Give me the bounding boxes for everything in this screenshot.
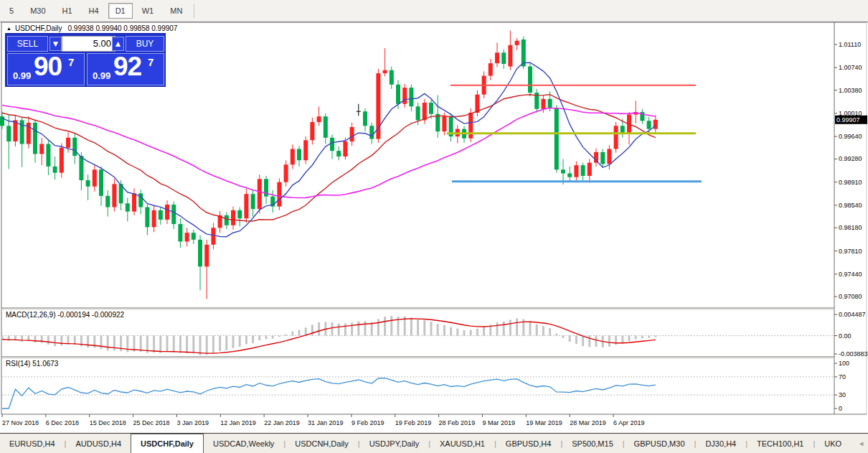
price-tick-label: 0.98910: [839, 179, 862, 186]
candle-body: [350, 127, 354, 141]
candle-body: [555, 108, 559, 169]
sell-price-big: 90: [34, 52, 62, 82]
candle-body: [330, 138, 334, 151]
volume-increase-button[interactable]: ▲: [112, 37, 124, 51]
date-tick-label: 22 Jan 2019: [264, 419, 300, 426]
candle-body: [495, 52, 499, 63]
chart-tab-dj30[interactable]: DJ30,H4: [696, 434, 745, 453]
current-price-text: 0.99907: [836, 116, 860, 123]
candle-body: [46, 144, 50, 167]
chart-tab-gbpusd[interactable]: GBPUSD,H4: [496, 434, 561, 453]
collapse-panel-icon[interactable]: ▲: [6, 26, 11, 31]
candle-body: [112, 184, 116, 207]
candle-body: [79, 156, 83, 180]
rsi-tick-label: 70: [839, 373, 846, 380]
price-tick-label: 1.00010: [839, 110, 862, 117]
candle-body: [6, 126, 11, 141]
date-tick-label: 31 Jan 2019: [308, 419, 344, 426]
candle-body: [363, 111, 367, 126]
candle-body: [244, 194, 248, 218]
candle-body: [541, 99, 545, 109]
macd-tick-label: 0.004487: [839, 311, 866, 318]
buy-price-big: 92: [113, 52, 141, 82]
buy-button[interactable]: BUY: [126, 36, 164, 52]
candle-body: [501, 52, 506, 64]
candle-body: [600, 152, 605, 164]
candle-body: [369, 126, 374, 139]
candle-body: [614, 126, 618, 149]
candle-body: [621, 126, 625, 133]
chart-tab-usdcad[interactable]: USDCAD,Weekly: [204, 434, 283, 453]
sell-button[interactable]: SELL: [7, 36, 48, 52]
date-tick-label: 28 Feb 2019: [439, 419, 476, 426]
candle-body: [211, 228, 215, 245]
candle-body: [468, 113, 473, 139]
candle-body: [416, 106, 420, 120]
candle-body: [126, 203, 130, 211]
candle-body: [324, 116, 328, 138]
chart-tab-usdjpy[interactable]: USDJPY,Daily: [360, 434, 429, 453]
sell-price-button[interactable]: 0.99 90 7: [7, 53, 85, 85]
candle-body: [310, 122, 314, 140]
candle-body: [423, 103, 427, 120]
candle-body: [204, 245, 209, 266]
chart-tab-sp500[interactable]: SP500,M15: [562, 434, 622, 453]
candle-body: [291, 149, 295, 165]
candle-body: [105, 196, 110, 207]
candle-body: [178, 224, 182, 241]
volume-decrease-button[interactable]: ▼: [49, 37, 62, 51]
price-tick-label: 0.98180: [839, 224, 862, 231]
candle-body: [277, 182, 281, 207]
rsi-tick-label: 30: [839, 391, 846, 398]
candle-body: [574, 165, 578, 177]
rsi-line: [2, 378, 656, 408]
macd-indicator-label: MACD(12,26,9) -0.000194 -0.000922: [6, 311, 124, 319]
price-tick-label: 0.98540: [839, 202, 862, 209]
candle-body: [317, 116, 321, 122]
candle-body: [33, 123, 37, 154]
chart-tab-uko[interactable]: UKO: [815, 434, 851, 453]
date-tick-label: 19 Feb 2019: [395, 419, 432, 426]
candle-body: [489, 63, 493, 75]
candle-body: [99, 169, 103, 196]
price-tick-label: 1.00740: [839, 64, 862, 71]
date-tick-label: 3 Jan 2019: [176, 419, 209, 426]
buy-price-prefix: 0.99: [93, 70, 110, 81]
tab-scroll-left-icon[interactable]: ◄: [858, 440, 864, 447]
chart-tab-usdchf[interactable]: USDCHF,Daily: [131, 434, 204, 453]
candle-body: [343, 141, 347, 157]
buy-price-button[interactable]: 0.99 92 7: [87, 53, 164, 85]
chart-tab-usdcnh[interactable]: USDCNH,Daily: [286, 434, 358, 453]
price-tick-label: 0.97080: [839, 293, 862, 300]
candle-body: [93, 169, 97, 187]
candle-body: [647, 121, 651, 129]
chart-tab-xauusd[interactable]: XAUUSD,H1: [430, 434, 494, 453]
candle-body: [429, 103, 433, 114]
chart-tab-tech100[interactable]: TECH100,H1: [747, 434, 813, 453]
chart-tab-gbpusd[interactable]: GBPUSD,M30: [625, 434, 694, 453]
candle-body: [581, 165, 585, 176]
candle-body: [528, 66, 532, 93]
volume-input[interactable]: 5.00: [62, 36, 115, 52]
candle-body: [159, 210, 163, 220]
candle-body: [654, 120, 658, 129]
candle-body: [198, 240, 202, 266]
macd-tick-label: -0.003883: [839, 350, 868, 358]
date-tick-label: 12 Jan 2019: [220, 419, 256, 426]
candle-body: [515, 41, 519, 45]
candle-body: [152, 210, 156, 228]
date-tick-label: 6 Dec 2018: [46, 419, 79, 426]
candle-body: [561, 169, 565, 173]
date-tick-label: 15 Dec 2018: [90, 419, 126, 426]
date-tick-label: 19 Mar 2019: [526, 419, 562, 426]
candle-body: [475, 95, 479, 113]
price-tick-label: 0.99280: [839, 155, 862, 162]
buy-price-pip: 7: [148, 56, 154, 68]
chart-tab-eurusd[interactable]: EURUSD,H4: [0, 434, 65, 453]
one-click-trade-panel: SELL ▼ 5.00 ▲ BUY 0.99 90 7 0.99 92 7: [5, 33, 166, 87]
price-tick-label: 1.01110: [839, 41, 861, 48]
chart-tab-audusd[interactable]: AUDUSD,H4: [66, 434, 131, 453]
candle-body: [402, 88, 407, 104]
candle-body: [171, 205, 176, 224]
chart-tab-bar: EURUSD,H4|AUDUSD,H4USDCHF,DailyUSDCAD,We…: [0, 433, 868, 453]
